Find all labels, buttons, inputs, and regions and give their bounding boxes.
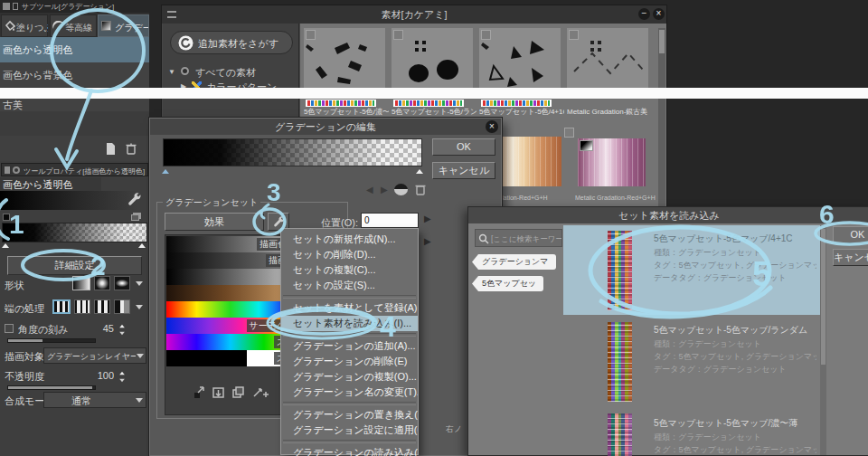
tag-chip-gradient-map[interactable]: グラデーションマップ — [472, 254, 556, 270]
tab-contour[interactable]: 等高線 — [50, 14, 97, 37]
load-set-material-dialog: セット素材を読み込み [ここに検索キーワード グラデーションマップ 5色マップセ… — [467, 206, 868, 456]
edge-option-1-icon[interactable] — [52, 299, 71, 314]
edge-option-4-icon[interactable] — [114, 299, 130, 314]
edge-dropdown-icon[interactable] — [136, 305, 143, 309]
gradient-marker-right[interactable] — [416, 169, 423, 174]
gradient-node[interactable] — [3, 214, 10, 221]
search-input[interactable]: [ここに検索キーワード — [475, 229, 562, 247]
material-checkbox[interactable] — [306, 30, 316, 40]
subtool-titlebar[interactable]: サブツール[グラデーション] — [0, 0, 149, 13]
subtool-item-fg-to-transparent[interactable]: 画色から透明色 — [0, 37, 149, 62]
colorset-strip-1[interactable] — [306, 100, 376, 107]
loader-cancel-button[interactable]: キャンセル — [833, 249, 868, 266]
material-cell-kakeami-2[interactable] — [392, 28, 473, 90]
opacity-value[interactable]: 100 — [89, 370, 114, 381]
tag-chip-5color-set[interactable]: 5色マップセット — [472, 276, 543, 291]
delete-node-trash-icon[interactable] — [414, 183, 426, 196]
editor-titlebar[interactable]: グラデーションの編集 — [150, 119, 501, 135]
preset-list-tool-icons[interactable] — [193, 385, 283, 400]
shape-dropdown-icon[interactable] — [136, 281, 143, 286]
angle-step-down[interactable] — [119, 332, 125, 336]
colorset-strip-2[interactable] — [393, 100, 464, 107]
tab-fill[interactable]: 塗りつぶ — [1, 14, 48, 37]
scrollbar-thumb[interactable] — [659, 30, 665, 53]
menu-item-rename-gradient[interactable]: グラデーション名の変更(T)... — [281, 385, 418, 400]
material-cell-kakeami-4[interactable] — [567, 28, 648, 90]
next-node-icon[interactable]: ▶ — [381, 185, 388, 195]
loader-scrollbar[interactable] — [820, 225, 826, 455]
subtool-item-fg-to-bg[interactable]: 画色から背景色 — [0, 62, 149, 88]
shape-circle-icon[interactable] — [94, 276, 110, 290]
menu-item-load-gradient[interactable]: グラデーションの読み込み(M)... — [281, 445, 418, 456]
find-materials-button[interactable]: 追加素材をさがす — [170, 31, 293, 54]
material-cell-kakeami-3[interactable] — [479, 28, 561, 90]
ok-label: OK — [457, 141, 471, 152]
loader-item[interactable]: 5色マップセット-5色マップ/濃〜薄 種類：グラデーションセット タグ：5色マッ… — [563, 406, 820, 456]
node-marker-left[interactable] — [2, 243, 9, 248]
subtool-item-antique[interactable]: 古美 — [0, 99, 149, 111]
menu-item-add-gradient[interactable]: グラデーションの追加(A)... — [281, 338, 418, 354]
material-checkbox[interactable] — [564, 128, 574, 138]
opacity-slider[interactable] — [7, 385, 96, 390]
menu-item-duplicate-set[interactable]: セットの複製(C)... — [281, 262, 418, 278]
tab-gradient[interactable]: グラデー — [98, 14, 149, 37]
menu-item-apply-gradient-settings[interactable]: グラデーション設定に適用(G) — [281, 423, 418, 438]
material-thumb-pink-gradient[interactable] — [578, 138, 646, 186]
menu-item-delete-set[interactable]: セットの削除(D)... — [281, 247, 418, 262]
target-dropdown[interactable]: グラデーションレイヤーを作成 — [43, 347, 146, 364]
menu-item-new-set[interactable]: セットの新規作成(N)... — [281, 232, 418, 247]
material-cell-kakeami-1[interactable] — [304, 28, 385, 90]
gradient-marker-left[interactable] — [162, 169, 169, 174]
menu-item-replace-gradient[interactable]: グラデーションの置き換え(R) — [281, 407, 418, 423]
edge-option-3-icon[interactable] — [94, 299, 110, 314]
material-titlebar[interactable]: 素材[カケアミ] − × — [162, 5, 666, 24]
menu-item-register-set-as-material[interactable]: セットを素材として登録(A)... — [281, 300, 418, 316]
prev-node-icon[interactable]: ◀ — [366, 185, 373, 195]
loader-item-selected[interactable]: 5色マップセット-5色マップ/4+1C 種類：グラデーションセット タグ：5色マ… — [563, 225, 820, 315]
angle-step-up[interactable] — [119, 325, 125, 328]
shape-ellipse-icon[interactable] — [114, 276, 130, 290]
trash-icon[interactable] — [125, 142, 137, 156]
colorset-strip-3[interactable] — [481, 100, 552, 107]
ink-color-icon[interactable] — [394, 184, 408, 195]
cancel-button[interactable]: キャンセル — [432, 162, 495, 179]
position-slider-icon[interactable]: ▶ — [424, 214, 431, 223]
toolprop-header-tab[interactable]: ツールプロパティ[描画色から透明色] — [1, 163, 148, 176]
loader-item-datatag: データタグ：グラデーションセット — [654, 364, 816, 375]
ok-button[interactable]: OK — [432, 138, 495, 156]
close-icon[interactable]: × — [653, 8, 665, 20]
new-subtool-icon[interactable] — [105, 142, 117, 156]
editor-gradient-preview[interactable] — [163, 138, 422, 166]
opacity-step-down[interactable] — [119, 379, 125, 383]
tree-expand-icon[interactable]: ▼ — [168, 68, 175, 76]
wrench-icon[interactable] — [125, 190, 143, 208]
angle-slider[interactable] — [7, 338, 96, 343]
position-input[interactable]: 0 — [361, 213, 419, 228]
menu-item-delete-gradient[interactable]: グラデーションの削除(E) — [281, 354, 418, 369]
node-copy-icon — [131, 214, 139, 221]
effect-set-button[interactable]: 効果 — [165, 213, 264, 231]
angle-value[interactable]: 45 — [94, 323, 114, 334]
loader-ok-button[interactable]: OK — [833, 226, 868, 243]
gradient-node-bar[interactable] — [2, 223, 147, 242]
menu-item-set-settings[interactable]: セットの設定(S)... — [281, 278, 418, 293]
loader-item[interactable]: 5色マップセット-5色マップ/ランダム 種類：グラデーションセット タグ：5色マ… — [563, 315, 820, 406]
angle-checkbox[interactable] — [5, 324, 14, 333]
menu-item-load-set-material[interactable]: セット素材を読み込み(I)... — [281, 316, 418, 331]
material-scrollbar[interactable] — [658, 28, 665, 207]
editor-close-icon[interactable]: × — [486, 120, 498, 133]
scrollbar-thumb[interactable] — [821, 229, 826, 365]
shape-linear-icon[interactable] — [72, 276, 90, 290]
node-marker-right[interactable] — [138, 243, 146, 248]
menu-item-duplicate-gradient[interactable]: グラデーションの複製(O)... — [281, 369, 418, 385]
blend-dropdown[interactable]: 通常 — [43, 392, 146, 408]
edge-option-2-icon[interactable] — [74, 299, 90, 314]
opacity-step-up[interactable] — [119, 372, 125, 375]
minimize-icon[interactable]: − — [638, 8, 650, 20]
loader-titlebar[interactable]: セット素材を読み込み — [468, 207, 868, 223]
tree-item-all-materials[interactable]: ▼ すべての素材 — [163, 65, 299, 80]
opacity-slider-icon[interactable]: ▶ — [424, 236, 431, 246]
angle-label: 角度の刻み — [18, 323, 81, 337]
detail-settings-button[interactable]: 詳細設定 — [7, 256, 142, 275]
subtool-panel-icon — [3, 3, 10, 10]
